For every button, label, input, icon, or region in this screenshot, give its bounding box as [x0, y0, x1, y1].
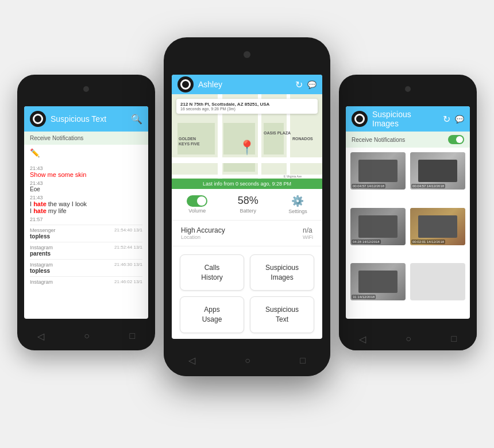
svg-rect-1 [172, 157, 322, 163]
app-time-4: 21:46:02 13/1 [114, 279, 142, 285]
image-censored-3 [358, 215, 397, 238]
center-app: Ashley [172, 75, 322, 339]
chat-icon-center[interactable] [307, 79, 317, 90]
msg-time-2: 21:43 [30, 180, 142, 186]
divider-4: Instagram 21:46:02 13/1 [30, 276, 142, 285]
location-info-popup: 212 N 75th Pl, Scottsdale, AZ 85251, USA… [176, 99, 318, 114]
center-phone: Ashley [164, 37, 330, 376]
location-sub-label: Location [181, 234, 225, 240]
msg-time-1: 21:43 [30, 165, 142, 171]
svg-text:KEYS FIVE: KEYS FIVE [179, 142, 200, 146]
notif-toggle-right[interactable] [448, 135, 464, 144]
app-msg-1: topless [30, 233, 142, 240]
image-censored-5 [358, 271, 397, 293]
app-label-3: Instagram [30, 262, 53, 268]
msg-hate-2: I hate my life [30, 207, 142, 214]
msg-red-1: Show me some skin [30, 171, 142, 178]
divider-2: Instagram 21:52:44 13/1 parents [30, 242, 142, 257]
map-pin: 📍 [238, 140, 256, 156]
suspicious-images-button[interactable]: SuspiciousImages [250, 254, 314, 291]
svg-text:OASIS PLAZA: OASIS PLAZA [264, 131, 291, 135]
left-app-title: Suspicious Text [51, 114, 126, 123]
last-info-text: Last info from 0 seconds ago, 9:28 PM [203, 181, 291, 187]
apps-usage-label: AppsUsage [202, 306, 222, 323]
settings-label: Settings [288, 208, 307, 214]
image-time-2: 00:04:57 14/12/2018 [411, 184, 445, 188]
app-time-1: 21:54:40 13/1 [114, 227, 142, 233]
camera-dot-left [83, 86, 89, 92]
location-time: 16 seconds ago, 9:28 PM (3m) [180, 107, 314, 111]
center-square-icon[interactable]: □ [300, 356, 306, 366]
refresh-icon-right[interactable] [443, 114, 450, 125]
battery-value: 58% [238, 195, 258, 207]
app-label-2: Instagram [30, 245, 53, 250]
right-phone-screen: Suspicious Images Receive Notifications [346, 106, 470, 319]
images-grid: 00:04:57 14/12/2018 00:04:57 14/12/2018 [346, 148, 470, 319]
chat-icon-right[interactable] [455, 114, 464, 124]
svg-text:E Virginia Ave: E Virginia Ave [284, 175, 302, 178]
image-thumb-4[interactable]: 00:02:01 14/12/2018 [410, 208, 465, 245]
center-grid-buttons: CallsHistory SuspiciousImages AppsUsage … [172, 249, 322, 339]
accuracy-label: High Accuracy [181, 226, 225, 234]
volume-toggle[interactable] [187, 195, 207, 207]
refresh-icon-center[interactable] [295, 79, 303, 90]
msg-hate-1: I hate the way I look [30, 200, 142, 207]
image-thumb-2[interactable]: 00:04:57 14/12/2018 [410, 152, 465, 190]
battery-stat: 58% Battery [238, 195, 258, 214]
svg-rect-9 [223, 163, 255, 172]
center-app-logo [177, 76, 194, 92]
center-home-icon[interactable]: ○ [245, 356, 250, 366]
settings-stat[interactable]: ⚙️ Settings [288, 195, 307, 214]
image-thumb-6 [410, 263, 465, 300]
right-notif-label: Receive Notifications [352, 137, 405, 143]
right-nav-bar: ◁ ○ □ [339, 327, 477, 350]
msg-time-3: 21:43 [30, 195, 142, 200]
msg-time-4: 21:57 [30, 217, 142, 222]
app-time-2: 21:52:44 13/1 [114, 245, 142, 250]
right-square-icon[interactable]: □ [451, 334, 457, 344]
center-back-icon[interactable]: ◁ [188, 355, 195, 366]
right-app-title: Suspicious Images [372, 110, 438, 128]
left-message-list: 21:43 Show me some skin 21:43 Eoe 21:43 … [24, 161, 148, 319]
search-icon-left[interactable]: 🔍 [131, 114, 142, 125]
left-notif-bar: Receive Notifications [24, 132, 148, 145]
volume-label: Volume [188, 208, 206, 214]
image-censored-2 [418, 160, 457, 182]
left-app-logo [30, 111, 46, 127]
suspicious-images-label: SuspiciousImages [265, 264, 299, 281]
image-thumb-1[interactable]: 00:04:57 14/12/2018 [350, 152, 406, 190]
gear-icon[interactable]: ⚙️ [291, 195, 304, 207]
suspicious-images-app: Suspicious Images Receive Notifications [346, 106, 470, 319]
msg-normal-1: Eoe [30, 186, 142, 192]
image-thumb-5[interactable]: 31 14/12/2018 [350, 263, 406, 300]
left-square-icon[interactable]: □ [130, 331, 136, 341]
center-app-title: Ashley [198, 80, 291, 89]
left-phone-screen: Suspicious Text 🔍 Receive Notifications … [24, 106, 148, 319]
suspicious-text-button[interactable]: SuspiciousText [250, 296, 314, 333]
camera-dot-right [405, 86, 411, 92]
divider-3: Instagram 21:46:30 13/1 topless [30, 259, 142, 274]
center-phone-screen: Ashley [172, 75, 322, 339]
left-app-header: Suspicious Text 🔍 [24, 106, 148, 132]
right-back-icon[interactable]: ◁ [359, 334, 366, 345]
divider-1: Messenger 21:54:40 13/1 topless [30, 225, 142, 240]
right-home-icon[interactable]: ○ [406, 334, 411, 344]
edit-icon[interactable]: ✏️ [24, 145, 148, 161]
center-app-header: Ashley [172, 75, 322, 94]
right-notif-bar: Receive Notifications [346, 132, 470, 148]
calls-history-button[interactable]: CallsHistory [180, 254, 244, 291]
left-home-icon[interactable]: ○ [84, 331, 90, 341]
svg-text:GOLDEN: GOLDEN [179, 137, 196, 141]
svg-rect-8 [264, 123, 284, 155]
location-address: 212 N 75th Pl, Scottsdale, AZ 85251, USA [180, 102, 314, 107]
scene: Suspicious Text 🔍 Receive Notifications … [0, 0, 494, 448]
battery-label: Battery [240, 208, 256, 214]
image-censored-4 [418, 215, 457, 238]
volume-stat: Volume [187, 195, 207, 214]
left-notif-label: Receive Notifications [30, 135, 83, 141]
left-back-icon[interactable]: ◁ [37, 331, 44, 342]
apps-usage-button[interactable]: AppsUsage [180, 296, 244, 333]
stats-row: Volume 58% Battery ⚙️ Settings [172, 189, 322, 221]
image-thumb-3[interactable]: 04:28 14/12/2018 [350, 208, 406, 245]
app-label-4: Instagram [30, 279, 53, 285]
